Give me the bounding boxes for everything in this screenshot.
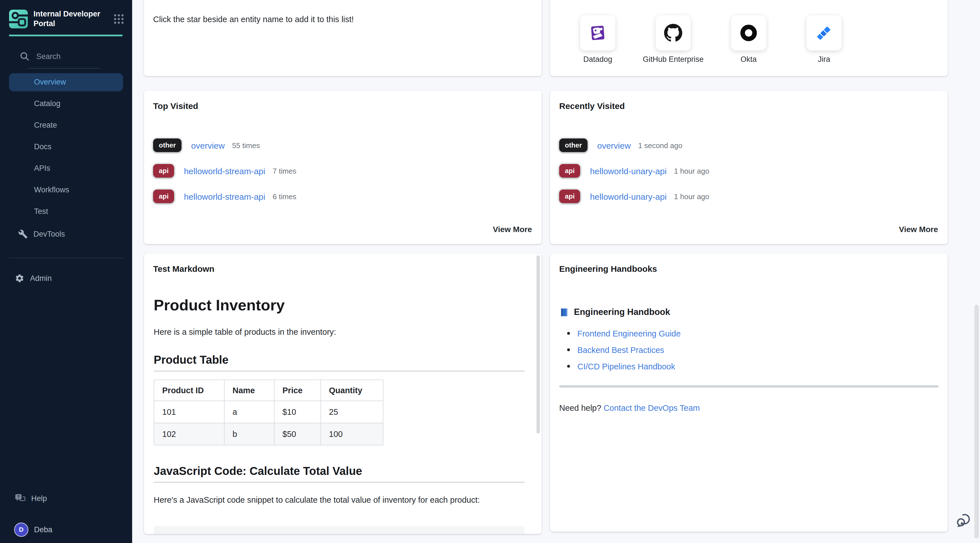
sidebar-spacer xyxy=(0,287,132,489)
sidebar-item-catalog[interactable]: Catalog xyxy=(9,94,123,113)
datadog-icon xyxy=(580,15,615,51)
user-menu[interactable]: D Deba xyxy=(14,522,123,537)
table-header-row: Product ID Name Price Quantity xyxy=(154,380,383,401)
test-markdown-title: Test Markdown xyxy=(153,264,215,274)
entity-link[interactable]: helloworld-stream-api xyxy=(184,166,266,176)
sidebar-item-docs[interactable]: Docs xyxy=(9,138,123,156)
table-cell: $50 xyxy=(274,423,321,445)
column-header: Price xyxy=(274,380,321,401)
view-more-button[interactable]: View More xyxy=(899,225,938,234)
kind-badge: api xyxy=(153,189,174,203)
list-item: api helloworld-unary-api 1 hour ago xyxy=(559,164,939,178)
product-table: Product ID Name Price Quantity 101 a $10… xyxy=(154,380,383,446)
kind-badge: other xyxy=(559,139,587,152)
need-help-text: Need help? xyxy=(559,403,601,412)
sidebar-item-devtools-label: DevTools xyxy=(33,230,65,238)
entity-link[interactable]: overview xyxy=(191,140,224,150)
sidebar-accent-divider xyxy=(9,35,123,36)
table-cell: 101 xyxy=(154,401,224,423)
bullet-dot xyxy=(567,332,570,335)
search-icon xyxy=(20,52,30,61)
need-help-line: Need help? Contact the DevOps Team xyxy=(559,403,700,412)
list-item: Frontend Engineering Guide xyxy=(567,325,681,342)
column-header: Quantity xyxy=(321,380,383,401)
table-row: 102 b $50 100 xyxy=(154,423,383,445)
engineering-handbooks-title: Engineering Handbooks xyxy=(559,264,657,274)
entity-link[interactable]: helloworld-unary-api xyxy=(590,166,667,176)
test-markdown-card: Test Markdown Product Inventory Here is … xyxy=(144,254,542,534)
sidebar-item-overview[interactable]: Overview xyxy=(9,73,123,91)
starred-entities-card: Click the star beside an entity name to … xyxy=(144,0,542,76)
kind-badge: api xyxy=(559,164,581,178)
top-visited-card: Top Visited other overview 55 times api … xyxy=(144,91,542,244)
visit-count: 55 times xyxy=(232,141,260,150)
toolkit-tile-jira[interactable]: Jira xyxy=(807,15,842,64)
starred-entities-message: Click the star beside an entity name to … xyxy=(153,15,354,24)
code-block: const products = [ xyxy=(154,526,525,534)
search-input[interactable]: Search xyxy=(0,48,132,65)
recently-visited-rows: other overview 1 second ago api hellowor… xyxy=(559,139,939,215)
top-visited-rows: other overview 55 times api helloworld-s… xyxy=(153,139,533,215)
handbook-link-frontend[interactable]: Frontend Engineering Guide xyxy=(578,329,681,338)
contact-devops-link[interactable]: Contact the DevOps Team xyxy=(603,403,700,412)
thick-divider xyxy=(559,385,939,387)
kind-badge: other xyxy=(153,139,181,152)
top-visited-title: Top Visited xyxy=(153,101,198,111)
table-cell: 102 xyxy=(154,423,224,445)
md-heading-product-inventory: Product Inventory xyxy=(154,297,525,314)
entity-link[interactable]: helloworld-unary-api xyxy=(590,191,667,201)
toolkit-tile-datadog[interactable]: Datadog xyxy=(580,15,615,64)
table-cell: 100 xyxy=(321,423,383,445)
search-underline xyxy=(27,68,99,68)
app-root: Internal Developer Portal Search Overvie… xyxy=(0,0,980,543)
sidebar-divider xyxy=(9,257,123,258)
md-heading-product-table: Product Table xyxy=(154,354,525,366)
sidebar-item-devtools[interactable]: DevTools xyxy=(18,225,123,243)
app-logo-icon xyxy=(9,10,28,29)
toolkit-tile-github[interactable]: GitHub Enterprise xyxy=(655,15,691,64)
entity-link[interactable]: helloworld-stream-api xyxy=(184,191,266,201)
github-icon xyxy=(655,15,691,51)
sidebar-item-admin[interactable]: Admin xyxy=(15,269,123,287)
view-more-button[interactable]: View More xyxy=(493,225,532,234)
list-item: api helloworld-unary-api 1 hour ago xyxy=(559,189,939,203)
sidebar-item-apis[interactable]: APIs xyxy=(9,159,123,177)
visit-count: 7 times xyxy=(272,167,296,175)
md-rule xyxy=(154,482,525,482)
user-name: Deba xyxy=(34,525,52,533)
column-header: Product ID xyxy=(154,380,224,401)
entity-link[interactable]: overview xyxy=(597,140,631,150)
apps-grid-icon[interactable] xyxy=(113,14,124,24)
sidebar-item-help[interactable]: ? Help xyxy=(15,489,123,507)
handbook-link-cicd[interactable]: CI/CD Pipelines Handbook xyxy=(578,362,675,371)
sidebar-item-test[interactable]: Test xyxy=(9,202,123,220)
chat-feedback-icon[interactable] xyxy=(955,510,974,529)
list-item: CI/CD Pipelines Handbook xyxy=(567,358,681,374)
engineering-handbooks-card: Engineering Handbooks Engineering Handbo… xyxy=(550,254,948,532)
sidebar-item-create[interactable]: Create xyxy=(9,116,123,134)
table-cell: $10 xyxy=(274,401,321,423)
list-item: other overview 1 second ago xyxy=(559,139,939,152)
md-heading-js-code: JavaScript Code: Calculate Total Value xyxy=(154,465,525,478)
kind-badge: api xyxy=(559,189,581,203)
toolkit-label-okta: Okta xyxy=(740,55,757,64)
page-scrollbar-thumb[interactable] xyxy=(974,305,979,538)
table-cell: b xyxy=(224,423,274,445)
help-chat-icon: ? xyxy=(15,494,25,503)
blue-book-icon xyxy=(559,307,569,317)
table-cell: 25 xyxy=(321,401,383,423)
toolkit-label-jira: Jira xyxy=(818,55,830,64)
markdown-card-scrollbar[interactable] xyxy=(536,255,540,433)
sidebar-item-admin-label: Admin xyxy=(30,274,52,283)
md-intro-paragraph: Here is a simple table of products in th… xyxy=(154,326,525,338)
list-item: api helloworld-stream-api 7 times xyxy=(153,164,533,178)
table-row: 101 a $10 25 xyxy=(154,401,383,423)
toolkit-tile-okta[interactable]: Okta xyxy=(731,15,766,64)
handbook-link-backend[interactable]: Backend Best Practices xyxy=(578,345,664,354)
visit-time: 1 hour ago xyxy=(674,192,709,201)
column-header: Name xyxy=(224,380,274,401)
jira-icon xyxy=(807,15,842,51)
sidebar-item-workflows[interactable]: Workflows xyxy=(9,181,123,199)
handbook-section-heading: Engineering Handbook xyxy=(559,307,670,317)
recently-visited-title: Recently Visited xyxy=(559,101,625,111)
